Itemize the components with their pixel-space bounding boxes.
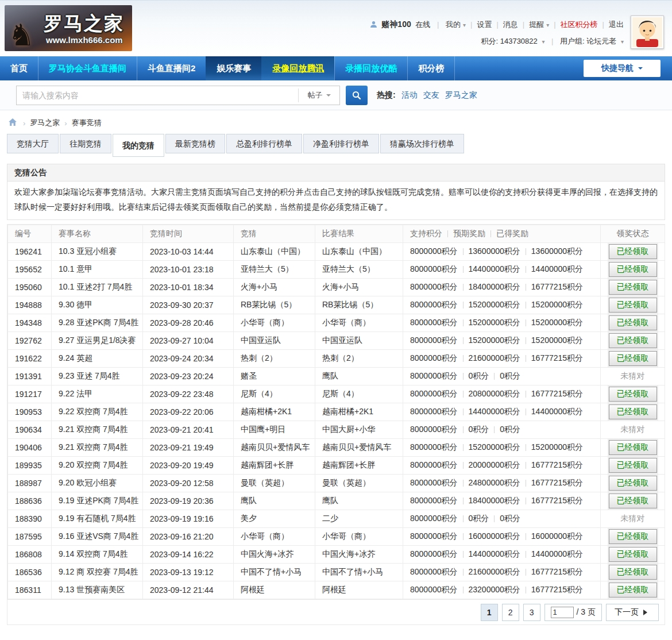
- nav-item[interactable]: 录播回放优酷: [334, 56, 407, 80]
- nav-item[interactable]: 录像回放腾讯: [261, 56, 334, 80]
- user-menu-item[interactable]: 社区积分榜: [549, 20, 597, 29]
- earned-reward: 15200000积分: [531, 300, 583, 309]
- claim-status[interactable]: 已经领取: [609, 280, 657, 295]
- tab[interactable]: 往期竞猜: [60, 134, 111, 153]
- page-jump-input[interactable]: [551, 607, 574, 618]
- cell-result: 山东泰山（中国）: [315, 243, 403, 261]
- nav-item[interactable]: 罗马协会斗鱼直播间: [38, 56, 137, 80]
- quick-nav-button[interactable]: 快捷导航: [584, 60, 661, 77]
- claim-status[interactable]: 已经领取: [609, 494, 657, 508]
- pagination: 123 / 3 页 下一页: [7, 599, 665, 624]
- user-menu-item[interactable]: 退出: [598, 20, 624, 29]
- claim-status[interactable]: 已经领取: [609, 529, 657, 544]
- col-points-group: 支持积分预期奖励已得奖励: [403, 225, 601, 243]
- points-value[interactable]: 143730822: [500, 37, 538, 45]
- nav-item[interactable]: 斗鱼直播间2: [137, 56, 206, 80]
- usergroup-caret-icon[interactable]: ▾: [621, 38, 624, 45]
- claim-status[interactable]: 已经领取: [609, 387, 657, 402]
- hot-links: 活动交友罗马之家: [401, 90, 477, 101]
- claim-status[interactable]: 已经领取: [609, 565, 657, 580]
- cell-points: 8000000积分23200000积分16777215积分: [403, 581, 601, 599]
- cell-event: 9.21 双控商 7局4胜: [52, 421, 143, 439]
- expected-reward: 14400000积分: [469, 407, 520, 416]
- search-button[interactable]: [346, 86, 368, 105]
- nav-item[interactable]: 积分榜: [407, 56, 455, 80]
- usergroup-value[interactable]: 论坛元老: [586, 37, 616, 45]
- tab[interactable]: 净盈利排行榜单: [303, 134, 379, 153]
- claim-status[interactable]: 已经领取: [609, 458, 657, 473]
- page-jump-box: / 3 页: [544, 604, 602, 621]
- cell-points: 8000000积分15200000积分15200000积分: [403, 314, 601, 332]
- cell-result: 热刺（2）: [315, 350, 403, 368]
- tab[interactable]: 总盈利排行榜单: [226, 134, 302, 153]
- user-menu-item[interactable]: 我的: [446, 20, 466, 29]
- search-input[interactable]: [17, 87, 298, 104]
- tab[interactable]: 最新竞猜榜: [165, 134, 225, 153]
- username[interactable]: 赌神100: [381, 20, 411, 29]
- tab[interactable]: 我的竞猜: [113, 134, 164, 157]
- cell-time: 2023-10-03 14:44: [143, 243, 234, 261]
- claim-status[interactable]: 已经领取: [609, 476, 657, 491]
- cell-status: 已经领取: [601, 314, 665, 332]
- chevron-down-icon: [326, 94, 331, 99]
- nav-item[interactable]: 首页: [0, 56, 38, 80]
- earned-reward: 16777215积分: [531, 478, 583, 487]
- claim-status[interactable]: 已经领取: [609, 315, 657, 330]
- claim-status[interactable]: 已经领取: [609, 333, 657, 348]
- page-button[interactable]: 2: [502, 604, 519, 621]
- cell-event: 10.1 亚述2打 7局4胜: [52, 279, 143, 296]
- search-type-select[interactable]: 帖子: [298, 88, 339, 102]
- cell-bet: 中国亚运队: [234, 332, 315, 350]
- main-nav: 首页罗马协会斗鱼直播间斗鱼直播间2娱乐赛事录像回放腾讯录播回放优酷积分榜 快捷导…: [0, 56, 672, 80]
- table-row: 191391 9.23 亚述 7局4胜 2023-09-23 20:24 赌圣 …: [8, 368, 665, 385]
- tab[interactable]: 竞猜大厅: [7, 134, 59, 153]
- points-caret-icon[interactable]: ▾: [542, 38, 544, 45]
- hot-search-link[interactable]: 罗马之家: [445, 90, 477, 101]
- claim-status[interactable]: 已经领取: [609, 244, 657, 259]
- breadcrumb-item[interactable]: 罗马之家: [30, 118, 60, 128]
- cell-status: 未猜对: [601, 510, 665, 528]
- cell-event: 9.30 德甲: [52, 296, 143, 314]
- breadcrumb-item[interactable]: 赛事竞猜: [72, 118, 102, 128]
- avatar[interactable]: [631, 16, 664, 49]
- expected-reward: 23200000积分: [469, 585, 520, 594]
- hot-search-link[interactable]: 交友: [423, 90, 439, 101]
- page-button[interactable]: 3: [523, 604, 540, 621]
- claim-status[interactable]: 已经领取: [609, 262, 657, 277]
- tab[interactable]: 猜赢场次排行榜单: [380, 134, 464, 153]
- cell-event: 9.21 双控商 7局4胜: [52, 439, 143, 457]
- cell-status: 已经领取: [601, 492, 665, 510]
- claim-status[interactable]: 已经领取: [609, 351, 657, 366]
- claim-status[interactable]: 已经领取: [609, 440, 657, 455]
- cell-result: 亚特兰大（5）: [315, 261, 403, 279]
- cell-status: 已经领取: [601, 581, 665, 599]
- cell-event: 9.12 商 双控赛 7局4胜: [52, 564, 143, 581]
- cell-bet: 热刺（2）: [234, 350, 315, 368]
- cell-time: 2023-09-16 21:20: [143, 528, 234, 546]
- page-button[interactable]: 1: [481, 604, 498, 621]
- user-menu-item[interactable]: 设置: [466, 20, 492, 29]
- cell-result: 尼斯（4）: [315, 385, 403, 403]
- home-icon[interactable]: [8, 118, 17, 128]
- hot-search-link[interactable]: 活动: [401, 90, 418, 101]
- nav-item[interactable]: 娱乐赛事: [206, 56, 261, 80]
- cell-result: 阿根廷: [315, 581, 403, 599]
- cell-bet: 亚特兰大（5）: [234, 261, 315, 279]
- expected-reward: 13600000积分: [469, 246, 520, 256]
- expected-reward: 21600000积分: [469, 567, 520, 576]
- claim-status[interactable]: 已经领取: [609, 547, 657, 562]
- earned-reward: 14400000积分: [531, 264, 583, 273]
- claim-status[interactable]: 已经领取: [609, 404, 657, 419]
- earned-reward: 13600000积分: [531, 246, 583, 256]
- user-menu-item[interactable]: 消息: [492, 20, 517, 29]
- user-menu-item[interactable]: 提醒: [518, 20, 549, 29]
- logo-url: www.lmxh666.com: [46, 35, 123, 45]
- site-logo[interactable]: ♞ 罗马之家 www.lmxh666.com: [5, 5, 132, 51]
- cell-status: 已经领取: [601, 528, 665, 546]
- claim-status[interactable]: 已经领取: [609, 583, 657, 597]
- claim-status[interactable]: 已经领取: [609, 298, 657, 313]
- next-page-button[interactable]: 下一页: [606, 604, 659, 621]
- bet-table: 编号 赛事名称 竞猜时间 竞猜 比赛结果 支持积分预期奖励已得奖励 领奖状态 1…: [7, 225, 665, 599]
- cell-id: 194348: [8, 314, 52, 332]
- cell-bet: 越南柑橘+2K1: [234, 403, 315, 421]
